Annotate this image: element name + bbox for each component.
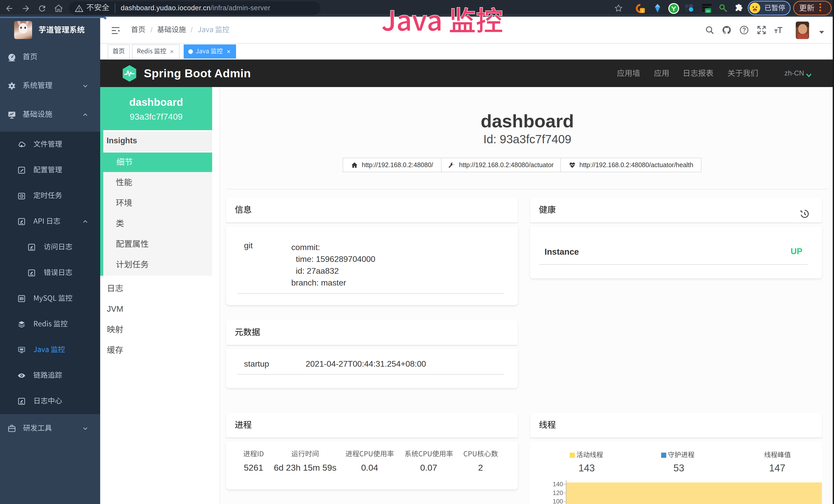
svg-text:1: 1 [641,9,643,13]
svg-text:on: on [706,9,710,13]
